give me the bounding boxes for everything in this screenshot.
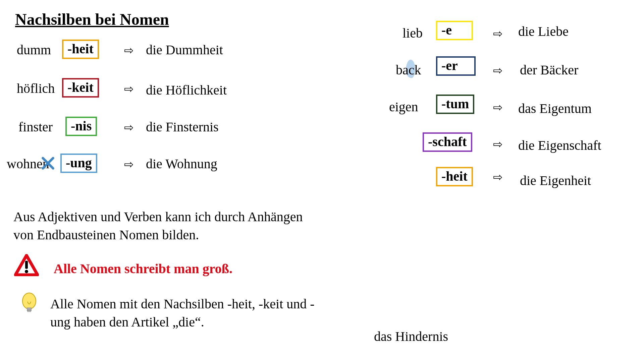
arrow-icon: ⇨ [493,27,502,40]
arrow-icon: ⇨ [124,158,133,171]
suffix-box: -tum [436,95,474,114]
arrow-icon: ⇨ [493,137,502,151]
result-word: der Bäcker [520,62,578,78]
result-word: das Eigentum [518,101,592,116]
svg-rect-1 [25,261,28,269]
page-title: Nachsilben bei Nomen [15,10,169,28]
suffix-box: -ung [60,154,97,173]
result-word: die Wohnung [146,156,217,172]
suffix-box: -nis [65,117,97,136]
arrow-icon: ⇨ [124,44,133,57]
base-word: dumm [17,42,51,58]
result-word: die Eigenschaft [518,137,601,153]
svg-point-3 [22,293,36,309]
result-word: die Dummheit [146,42,223,58]
arrow-icon: ⇨ [493,101,502,114]
arrow-icon: ⇨ [124,82,133,96]
suffix-box: -schaft [423,132,472,152]
footnote-text: das Hindernis [374,328,448,344]
base-word: höflich [17,80,55,96]
result-word: die Finsternis [146,119,219,135]
arrow-icon: ⇨ [124,121,133,134]
strike-mark-icon [40,155,56,172]
svg-point-2 [25,270,28,273]
suffix-box: -heit [436,167,473,186]
result-word: die Eigenheit [520,173,591,188]
arrow-icon: ⇨ [493,170,502,184]
base-word: back [396,62,421,78]
result-word: die Höflichkeit [146,82,227,98]
base-word: eigen [389,99,418,115]
suffix-box: -e [436,21,473,40]
result-word: die Liebe [518,23,569,39]
base-word: finster [18,119,53,135]
warning-text: Alle Nomen schreibt man groß. [54,260,356,278]
base-word: lieb [402,25,423,41]
explanation-paragraph: Aus Adjektiven und Verben kann ich durch… [13,208,315,244]
suffix-box: -keit [62,78,99,98]
suffix-box: -heit [62,40,99,59]
arrow-icon: ⇨ [493,64,502,77]
lightbulb-icon [21,292,38,318]
suffix-box: -er [436,56,476,76]
tip-text: Alle Nomen mit den Nachsilben -heit, -ke… [50,295,325,331]
